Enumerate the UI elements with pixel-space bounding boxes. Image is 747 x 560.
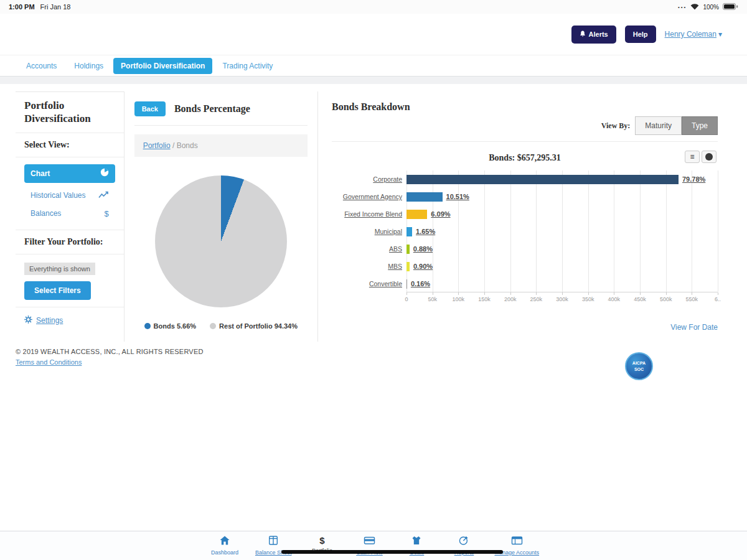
bar-category-government-agency[interactable]: Government Agency: [332, 193, 402, 200]
bar-category-abs[interactable]: ABS: [332, 245, 402, 253]
bar-row-mbs: MBS0.90%: [406, 258, 718, 275]
pie-legend: Bonds 5.66%Rest of Portfolio 94.34%: [134, 322, 308, 330]
bar-abs[interactable]: [406, 245, 410, 254]
axis-tick: [536, 292, 537, 295]
bar-municipal[interactable]: [406, 227, 412, 236]
bottom-nav: DashboardBalance Sheet$PortfolioCash Flo…: [0, 531, 747, 560]
bar-value-mbs[interactable]: 0.90%: [413, 263, 433, 270]
legend-item-bonds[interactable]: Bonds 5.66%: [144, 322, 196, 330]
bar-category-convertible[interactable]: Convertible: [332, 280, 402, 287]
bar-row-corporate: Corporate79.78%: [406, 170, 718, 188]
view-for-date-link[interactable]: View For Date: [670, 323, 718, 332]
breadcrumb-separator: /: [171, 141, 177, 150]
bar-row-municipal: Municipal1.65%: [406, 223, 718, 240]
bar-government-agency[interactable]: [406, 192, 443, 202]
bar-row-abs: ABS0.88%: [406, 240, 718, 258]
axis-tick: [692, 292, 692, 295]
bar-value-government-agency[interactable]: 10.51%: [446, 193, 469, 200]
bar-value-corporate[interactable]: 79.78%: [682, 175, 705, 183]
pie-chart: [155, 175, 287, 307]
axis-tick-label: 100k: [453, 296, 465, 302]
axis-tick-label: 6..: [715, 296, 721, 302]
axis-tick: [666, 292, 667, 295]
axis-tick-label: 350k: [582, 296, 594, 302]
view-by-toggle: MaturityType: [635, 116, 718, 135]
nav-tabs: AccountsHoldingsPortfolio Diversificatio…: [0, 55, 747, 77]
tab-portfolio-diversification[interactable]: Portfolio Diversification: [113, 58, 212, 74]
bar-value-municipal[interactable]: 1.65%: [416, 228, 435, 235]
user-menu[interactable]: Henry Coleman▾: [665, 30, 722, 39]
bonds-breakdown-title: Bonds Breakdown: [332, 101, 718, 113]
breadcrumb-current: Bonds: [177, 141, 198, 150]
sidebar-title: Portfolio Diversification: [24, 99, 115, 126]
chart-table-icon[interactable]: ≡: [685, 151, 700, 163]
home-indicator[interactable]: [281, 550, 503, 554]
status-bar: 1:00 PM Fri Jan 18 ••• 100%: [0, 0, 747, 14]
bar-value-fixed-income-blend[interactable]: 6.09%: [431, 210, 450, 218]
aicpa-soc-badge: AICPA SOC: [625, 352, 653, 380]
axis-tick-label: 300k: [556, 296, 568, 302]
alerts-button[interactable]: Alerts: [571, 26, 616, 44]
bar-category-corporate[interactable]: Corporate: [332, 175, 402, 183]
terms-link[interactable]: Terms and Conditions: [16, 358, 82, 366]
axis-tick-label: 0: [405, 296, 408, 302]
view-by-type[interactable]: Type: [682, 116, 718, 135]
axis-tick: [614, 292, 614, 295]
legend-dot: [144, 323, 151, 329]
tab-trading-activity[interactable]: Trading Activity: [215, 58, 280, 74]
chart-context-menu-icon[interactable]: [702, 151, 716, 163]
battery-percent: 100%: [703, 4, 719, 11]
view-by-maturity[interactable]: Maturity: [635, 116, 682, 135]
pie-chart-icon: [100, 168, 109, 179]
axis-tick-label: 500k: [660, 296, 672, 302]
breadcrumb-portfolio-link[interactable]: Portfolio: [143, 141, 171, 150]
bottom-nav-dashboard[interactable]: Dashboard: [208, 535, 242, 556]
bar-row-convertible: Convertible0.16%: [406, 275, 718, 292]
manage-accounts-icon: [511, 535, 523, 548]
dollar-icon: $: [104, 209, 108, 218]
bar-value-abs[interactable]: 0.88%: [413, 245, 433, 253]
help-button[interactable]: Help: [625, 26, 656, 43]
sidebar-item-chart[interactable]: Chart: [24, 164, 115, 183]
bar-mbs[interactable]: [406, 262, 410, 271]
bonds-percentage-panel: Back Bonds Percentage Portfolio / Bonds …: [125, 91, 318, 342]
app-header: Alerts Help Henry Coleman▾: [0, 14, 747, 55]
sidebar-item-balances[interactable]: Balances $: [24, 205, 115, 223]
goals-icon: [411, 535, 422, 548]
bonds-breakdown-panel: Bonds Breakdown View By: MaturityType Bo…: [318, 91, 731, 342]
axis-tick-label: 250k: [530, 296, 543, 302]
chevron-down-icon: ▾: [718, 30, 722, 39]
bar-category-municipal[interactable]: Municipal: [332, 228, 402, 235]
tab-holdings[interactable]: Holdings: [67, 58, 111, 74]
home-icon: [219, 535, 230, 548]
axis-tick: [588, 292, 589, 295]
back-button[interactable]: Back: [134, 101, 166, 116]
axis-tick: [433, 292, 433, 295]
sidebar-item-historical-values[interactable]: Historical Values: [24, 187, 115, 205]
axis-tick: [484, 292, 485, 295]
legend-item-rest-of-portfolio[interactable]: Rest of Portfolio 94.34%: [210, 322, 298, 330]
gear-icon: [24, 315, 32, 325]
bar-corporate[interactable]: [406, 175, 679, 184]
bar-category-mbs[interactable]: MBS: [332, 263, 402, 270]
cellular-signal-icon: •••: [678, 4, 687, 10]
sidebar: Portfolio Diversification Select View: C…: [16, 91, 125, 342]
axis-tick-label: 450k: [634, 296, 646, 302]
cash-flow-icon: [364, 535, 375, 548]
nav-divider-strip: [0, 77, 747, 84]
breadcrumb: Portfolio / Bonds: [134, 134, 308, 157]
bar-fixed-income-blend[interactable]: [406, 210, 427, 219]
axis-tick-label: 400k: [608, 296, 621, 302]
axis-tick: [718, 292, 718, 295]
axis-tick-label: 550k: [686, 296, 698, 302]
bar-category-fixed-income-blend[interactable]: Fixed Income Blend: [332, 210, 402, 218]
bar-value-convertible[interactable]: 0.16%: [411, 280, 430, 287]
view-by-label: View By:: [601, 121, 631, 131]
tab-accounts[interactable]: Accounts: [19, 58, 64, 74]
bar-convertible[interactable]: [406, 279, 407, 289]
axis-tick-label: 50k: [428, 296, 437, 302]
settings-link[interactable]: Settings: [16, 307, 124, 334]
axis-tick-label: 150k: [478, 296, 491, 302]
bar-row-fixed-income-blend: Fixed Income Blend6.09%: [406, 205, 718, 223]
select-filters-button[interactable]: Select Filters: [24, 281, 91, 300]
